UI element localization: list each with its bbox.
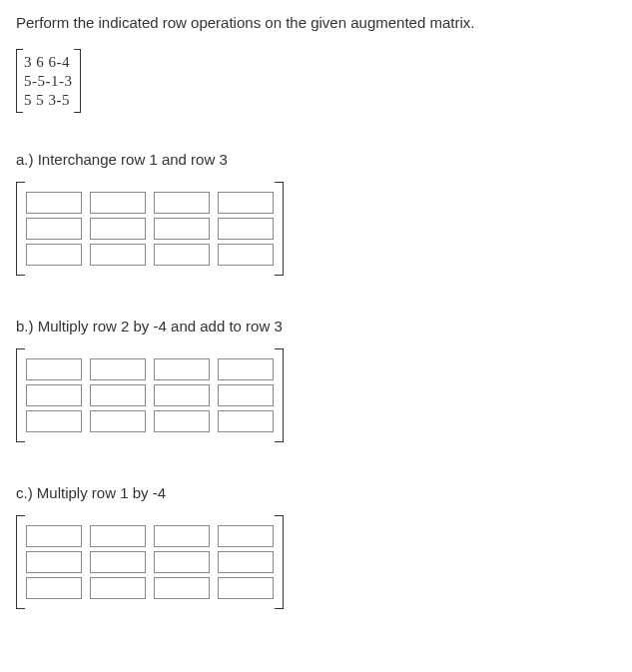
matrix-cell-input[interactable]	[90, 577, 146, 599]
matrix-cell-input[interactable]	[154, 244, 210, 266]
matrix-cell-input[interactable]	[154, 551, 210, 573]
matrix-cell-input[interactable]	[218, 384, 274, 406]
given-matrix-row: 5-5-1-3	[24, 72, 73, 91]
matrix-cell-input[interactable]	[154, 192, 210, 214]
answer-row	[26, 218, 274, 240]
matrix-cell-input[interactable]	[26, 410, 82, 432]
instruction-text: Perform the indicated row operations on …	[16, 14, 616, 31]
matrix-cell-input[interactable]	[154, 384, 210, 406]
matrix-cell-input[interactable]	[154, 577, 210, 599]
matrix-cell-input[interactable]	[26, 218, 82, 240]
matrix-cell-input[interactable]	[218, 577, 274, 599]
matrix-cell-input[interactable]	[26, 577, 82, 599]
answer-row	[26, 384, 274, 406]
answer-row	[26, 244, 274, 266]
given-matrix-row: 3 6 6-4	[24, 53, 73, 72]
part-label: c.) Multiply row 1 by -4	[16, 484, 616, 501]
answer-row	[26, 358, 274, 380]
matrix-cell-input[interactable]	[90, 358, 146, 380]
matrix-cell-input[interactable]	[90, 244, 146, 266]
matrix-cell-input[interactable]	[218, 410, 274, 432]
matrix-cell-input[interactable]	[90, 551, 146, 573]
part-b: b.) Multiply row 2 by -4 and add to row …	[16, 318, 616, 472]
matrix-cell-input[interactable]	[218, 192, 274, 214]
part-label: a.) Interchange row 1 and row 3	[16, 151, 616, 168]
answer-row	[26, 192, 274, 214]
matrix-cell-input[interactable]	[90, 384, 146, 406]
matrix-cell-input[interactable]	[218, 244, 274, 266]
matrix-cell-input[interactable]	[90, 218, 146, 240]
matrix-cell-input[interactable]	[90, 410, 146, 432]
matrix-cell-input[interactable]	[218, 551, 274, 573]
matrix-cell-input[interactable]	[218, 358, 274, 380]
matrix-cell-input[interactable]	[26, 192, 82, 214]
answer-row	[26, 551, 274, 573]
matrix-cell-input[interactable]	[26, 244, 82, 266]
answer-matrix-a	[16, 182, 284, 276]
matrix-cell-input[interactable]	[154, 218, 210, 240]
matrix-cell-input[interactable]	[26, 525, 82, 547]
matrix-cell-input[interactable]	[90, 525, 146, 547]
matrix-cell-input[interactable]	[90, 192, 146, 214]
part-a: a.) Interchange row 1 and row 3	[16, 151, 616, 306]
part-c: c.) Multiply row 1 by -4	[16, 484, 616, 639]
matrix-cell-input[interactable]	[26, 551, 82, 573]
answer-row	[26, 410, 274, 432]
matrix-cell-input[interactable]	[218, 525, 274, 547]
matrix-cell-input[interactable]	[154, 358, 210, 380]
matrix-cell-input[interactable]	[154, 525, 210, 547]
matrix-cell-input[interactable]	[154, 410, 210, 432]
answer-row	[26, 577, 274, 599]
matrix-cell-input[interactable]	[26, 358, 82, 380]
answer-matrix-c	[16, 515, 284, 609]
given-matrix: 3 6 6-4 5-5-1-3 5 5 3-5	[16, 49, 81, 113]
matrix-cell-input[interactable]	[218, 218, 274, 240]
answer-row	[26, 525, 274, 547]
matrix-cell-input[interactable]	[26, 384, 82, 406]
given-matrix-row: 5 5 3-5	[24, 91, 73, 110]
part-label: b.) Multiply row 2 by -4 and add to row …	[16, 318, 616, 335]
answer-matrix-b	[16, 348, 284, 442]
